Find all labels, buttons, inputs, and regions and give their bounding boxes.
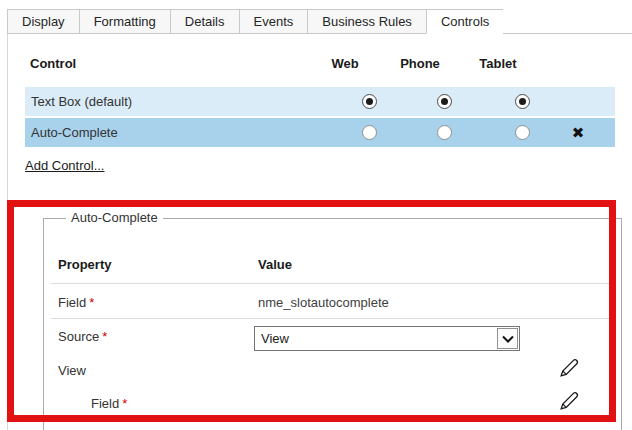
edit-view-field-button[interactable] [557,389,581,413]
label-text: View [58,363,86,378]
radio-web-autocomplete[interactable] [362,125,377,140]
source-dropdown-value: View [261,327,289,350]
pencil-icon [557,389,581,413]
tab-bar-filler [503,9,632,34]
autocomplete-properties-panel: Auto-Complete Property Value Field* nme_… [43,218,622,430]
tab-label: Display [22,14,65,29]
label-text: Field [58,295,86,310]
tab-events[interactable]: Events [239,9,308,34]
control-name: Auto-Complete [31,118,118,147]
tab-details[interactable]: Details [170,9,239,34]
table-row-textbox[interactable]: Text Box (default) ✖ [25,87,615,116]
required-marker: * [102,329,107,344]
tab-bar: Display Formatting Details Events Busine… [7,9,632,34]
chevron-down-icon[interactable] [497,328,518,349]
add-control-link[interactable]: Add Control... [25,158,105,173]
required-marker: * [89,295,94,310]
tab-label: Business Rules [322,14,412,29]
tab-label: Controls [441,14,489,29]
column-header-value: Value [258,257,292,272]
radio-phone-textbox[interactable] [437,94,452,109]
pencil-icon [557,356,581,380]
column-header-web: Web [315,56,375,71]
tab-display[interactable]: Display [7,9,79,34]
row-divider [51,283,614,284]
tab-label: Formatting [94,14,156,29]
field-value-text: nme_slotautocomplete [258,295,389,310]
column-header-control: Control [30,56,76,71]
property-label-field: Field* [58,295,94,310]
label-text: Field [91,396,119,411]
property-label-view-field: Field* [91,396,127,411]
row-divider [51,318,614,319]
radio-phone-autocomplete[interactable] [437,125,452,140]
radio-tablet-textbox[interactable] [515,94,530,109]
label-text: Source [58,329,99,344]
required-marker: * [122,396,127,411]
radio-tablet-autocomplete[interactable] [515,125,530,140]
control-name: Text Box (default) [31,87,132,116]
edit-view-button[interactable] [557,356,581,380]
column-header-tablet: Tablet [468,56,528,71]
table-row-autocomplete[interactable]: Auto-Complete ✖ [25,118,615,147]
tab-label: Events [254,14,294,29]
panel-legend: Auto-Complete [66,210,163,225]
tab-business-rules[interactable]: Business Rules [307,9,426,34]
column-header-phone: Phone [390,56,450,71]
remove-control-icon[interactable]: ✖ [569,118,587,147]
column-header-property: Property [58,257,111,272]
tab-label: Details [185,14,225,29]
tab-formatting[interactable]: Formatting [79,9,170,34]
property-label-source: Source* [58,329,107,344]
radio-web-textbox[interactable] [362,94,377,109]
property-label-view: View* [58,363,86,378]
source-dropdown[interactable]: View [254,326,520,351]
tab-controls[interactable]: Controls [426,9,503,34]
dialog-left-border [7,9,8,430]
